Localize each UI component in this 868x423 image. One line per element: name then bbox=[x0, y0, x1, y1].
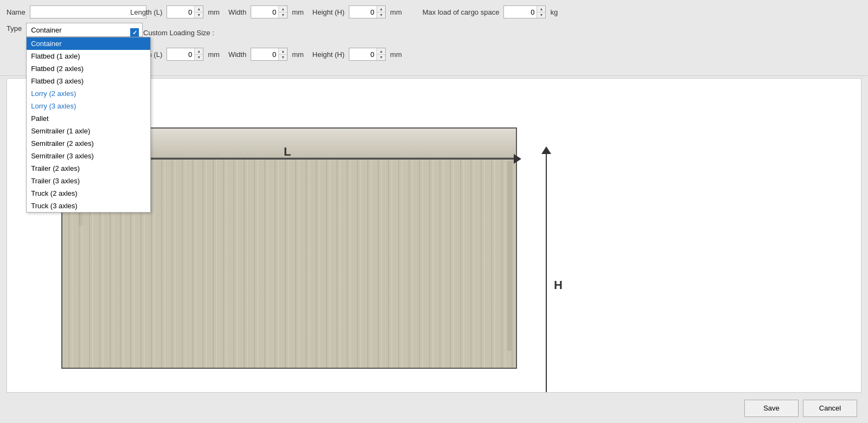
l-arrow-right bbox=[514, 154, 521, 164]
width-mm-unit: mm bbox=[292, 8, 304, 16]
cl-length-mm-unit: mm bbox=[208, 50, 220, 59]
list-item[interactable]: Flatbed (3 axles) bbox=[27, 75, 150, 87]
cl-width-down-btn[interactable]: ▼ bbox=[279, 55, 287, 61]
max-load-label: Max load of cargo space bbox=[423, 8, 500, 16]
length-up-btn[interactable]: ▲ bbox=[195, 6, 203, 12]
custom-loading-label: Custom Loading Size : bbox=[143, 29, 214, 37]
svg-marker-1 bbox=[514, 154, 521, 164]
list-item[interactable]: Lorry (3 axles) bbox=[27, 100, 150, 112]
list-item[interactable]: Semitrailer (2 axles) bbox=[27, 137, 150, 150]
h-arrow-top bbox=[541, 146, 551, 154]
type-row: Type Container ▼ Container Flatbed (1 ax… bbox=[7, 23, 143, 37]
height-mm-unit: mm bbox=[390, 8, 402, 16]
type-label: Type bbox=[7, 23, 22, 33]
cl-width-mm-unit: mm bbox=[292, 50, 304, 59]
h-dimension-line bbox=[546, 152, 547, 393]
list-item[interactable]: Trailer (2 axles) bbox=[27, 162, 150, 175]
type-select-value: Container bbox=[31, 26, 61, 34]
width-label: Width bbox=[228, 8, 246, 16]
name-input[interactable] bbox=[30, 5, 146, 18]
width-input[interactable]: ▲ ▼ bbox=[251, 5, 288, 18]
cl-width-label: Width bbox=[228, 50, 246, 59]
list-item[interactable]: Truck (2 axles) bbox=[27, 187, 150, 200]
list-item[interactable]: Lorry (2 axles) bbox=[27, 87, 150, 100]
cl-height-mm-unit: mm bbox=[390, 50, 402, 59]
list-item[interactable]: Container bbox=[27, 37, 150, 50]
cl-height-input[interactable]: ▲ ▼ bbox=[349, 48, 386, 61]
custom-loading-fields: Length (L) ▲ ▼ mm Width ▲ ▼ mm Height (H… bbox=[130, 48, 402, 61]
list-item[interactable]: Semitrailer (3 axles) bbox=[27, 150, 150, 162]
type-select[interactable]: Container ▼ bbox=[26, 23, 143, 37]
length-input[interactable]: ▲ ▼ bbox=[167, 5, 203, 18]
list-item[interactable]: Flatbed (1 axle) bbox=[27, 50, 150, 62]
length-down-btn[interactable]: ▼ bbox=[195, 12, 203, 18]
list-item[interactable]: Flatbed (2 axles) bbox=[27, 62, 150, 75]
bottom-bar: Save Cancel bbox=[0, 393, 868, 423]
height-label: Height (H) bbox=[312, 8, 344, 16]
cl-height-down-btn[interactable]: ▼ bbox=[377, 55, 385, 61]
max-load-down-btn[interactable]: ▼ bbox=[537, 12, 545, 18]
cl-width-up-btn[interactable]: ▲ bbox=[279, 48, 287, 55]
cancel-button[interactable]: Cancel bbox=[803, 400, 857, 417]
cl-length-input[interactable]: ▲ ▼ bbox=[167, 48, 203, 61]
save-button[interactable]: Save bbox=[744, 400, 799, 417]
cl-height-label: Height (H) bbox=[312, 50, 344, 59]
length-label: Length (L) bbox=[130, 8, 162, 16]
width-up-btn[interactable]: ▲ bbox=[279, 6, 287, 12]
name-label: Name bbox=[7, 8, 25, 16]
type-dropdown-list: Container Flatbed (1 axle) Flatbed (2 ax… bbox=[26, 37, 151, 213]
list-item[interactable]: Semitrailer (1 axle) bbox=[27, 125, 150, 137]
max-load-input[interactable]: ▲ ▼ bbox=[503, 5, 546, 18]
type-select-wrapper: Container ▼ Container Flatbed (1 axle) F… bbox=[26, 23, 143, 37]
cl-width-input[interactable]: ▲ ▼ bbox=[251, 48, 288, 61]
height-down-btn[interactable]: ▼ bbox=[377, 12, 385, 18]
l-dimension-label: L bbox=[284, 145, 291, 159]
max-load-kg-unit: kg bbox=[550, 8, 558, 16]
custom-loading-row: Custom Loading Size : bbox=[130, 28, 214, 37]
height-up-btn[interactable]: ▲ bbox=[377, 6, 385, 12]
cl-length-down-btn[interactable]: ▼ bbox=[195, 55, 203, 61]
custom-loading-checkbox[interactable] bbox=[130, 28, 139, 37]
list-item[interactable]: Trailer (3 axles) bbox=[27, 175, 150, 187]
name-row: Name bbox=[7, 5, 146, 18]
width-down-btn[interactable]: ▼ bbox=[279, 12, 287, 18]
cl-height-up-btn[interactable]: ▲ bbox=[377, 48, 385, 55]
top-fields: Length (L) ▲ ▼ mm Width ▲ ▼ mm Height (H… bbox=[130, 5, 558, 18]
max-load-up-btn[interactable]: ▲ bbox=[537, 6, 545, 12]
h-dimension-label: H bbox=[554, 278, 563, 292]
height-input[interactable]: ▲ ▼ bbox=[349, 5, 386, 18]
list-item[interactable]: Pallet bbox=[27, 112, 150, 125]
length-mm-unit: mm bbox=[208, 8, 220, 16]
svg-marker-2 bbox=[541, 146, 551, 154]
cl-length-up-btn[interactable]: ▲ bbox=[195, 48, 203, 55]
list-item[interactable]: Truck (3 axles) bbox=[27, 200, 150, 212]
